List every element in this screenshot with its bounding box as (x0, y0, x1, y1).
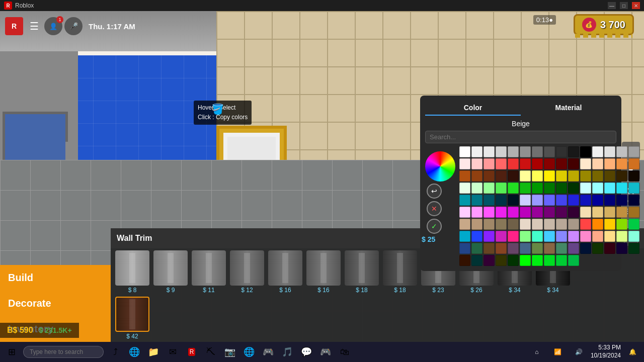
color-cell-90[interactable] (459, 219, 470, 230)
item-card-0[interactable]: $ 8 (115, 250, 150, 294)
color-cell-94[interactable] (508, 219, 519, 230)
color-cell-88[interactable] (616, 207, 627, 218)
color-cell-60[interactable] (459, 195, 470, 206)
color-cell-78[interactable] (496, 207, 507, 218)
color-cell-2[interactable] (484, 146, 495, 157)
color-cell-36[interactable] (532, 170, 543, 182)
color-cell-86[interactable] (592, 207, 603, 218)
color-cell-58[interactable] (616, 183, 627, 194)
edge-browser-button[interactable]: 🌐 (125, 343, 143, 361)
color-cell-52[interactable] (544, 183, 555, 194)
color-cell-107[interactable] (484, 231, 495, 242)
photos-button[interactable]: 📷 (221, 343, 239, 361)
color-cell-22[interactable] (544, 158, 555, 169)
roblox-taskbar-button[interactable]: R (183, 343, 201, 361)
xbox-button[interactable]: 🎮 (316, 343, 335, 361)
build-button[interactable]: Build (0, 265, 111, 291)
color-cell-87[interactable] (604, 207, 615, 218)
color-cell-70[interactable] (580, 195, 591, 206)
color-cell-119[interactable] (628, 231, 639, 242)
color-cell-12[interactable] (604, 146, 615, 157)
color-cell-97[interactable] (544, 219, 555, 230)
color-cell-62[interactable] (484, 195, 495, 206)
color-cell-31[interactable] (471, 170, 482, 182)
color-cell-42[interactable] (604, 170, 615, 182)
color-cell-40[interactable] (580, 170, 591, 182)
color-cell-110[interactable] (520, 231, 531, 242)
discord-button[interactable]: 💬 (297, 343, 315, 361)
color-cell-114[interactable] (568, 231, 579, 242)
color-cell-103[interactable] (616, 219, 627, 230)
mail-button[interactable]: ✉ (164, 343, 182, 361)
color-cell-53[interactable] (556, 183, 567, 194)
color-cell-46[interactable] (471, 183, 482, 194)
color-cell-115[interactable] (580, 231, 591, 242)
item-card-r2-0[interactable]: $ 42 (115, 297, 150, 340)
notifications-taskbar-button[interactable]: 🔔 (623, 343, 641, 361)
color-cell-6[interactable] (532, 146, 543, 157)
color-cell-5[interactable] (520, 146, 531, 157)
color-cell-143[interactable] (556, 255, 567, 266)
color-cell-76[interactable] (471, 207, 482, 218)
color-cell-139[interactable] (508, 255, 519, 266)
color-cell-32[interactable] (484, 170, 495, 182)
color-cell-92[interactable] (484, 219, 495, 230)
color-cell-130[interactable] (580, 243, 591, 254)
color-cell-79[interactable] (508, 207, 519, 218)
close-button[interactable]: ✕ (632, 2, 640, 9)
decorate-button[interactable]: Decorate (0, 291, 111, 316)
material-search-input[interactable] (425, 131, 616, 143)
color-cell-30[interactable] (459, 170, 470, 182)
color-cell-63[interactable] (496, 195, 507, 206)
color-cell-10[interactable] (580, 146, 591, 157)
color-cell-24[interactable] (568, 158, 579, 169)
item-card-4[interactable]: $ 16 (268, 250, 303, 294)
color-cell-20[interactable] (520, 158, 531, 169)
color-cell-47[interactable] (484, 183, 495, 194)
color-cell-124[interactable] (508, 243, 519, 254)
steam-button[interactable]: 🎮 (259, 343, 277, 361)
color-cell-21[interactable] (532, 158, 543, 169)
color-cell-0[interactable] (459, 146, 470, 157)
cancel-button[interactable]: ✕ (427, 201, 442, 216)
roblox-logo[interactable]: R (5, 17, 23, 35)
color-cell-118[interactable] (616, 231, 627, 242)
color-cell-28[interactable] (616, 158, 627, 169)
menu-button[interactable]: ☰ (26, 18, 42, 34)
color-cell-98[interactable] (556, 219, 567, 230)
color-cell-4[interactable] (508, 146, 519, 157)
color-cell-25[interactable] (580, 158, 591, 169)
color-cell-43[interactable] (616, 170, 627, 182)
color-cell-83[interactable] (556, 207, 567, 218)
item-card-5[interactable]: $ 16 (306, 250, 341, 294)
color-cell-9[interactable] (568, 146, 579, 157)
color-cell-125[interactable] (520, 243, 531, 254)
color-cell-108[interactable] (496, 231, 507, 242)
clock-display[interactable]: 5:33 PM 10/19/2024 (591, 344, 621, 359)
item-card-7[interactable]: $ 18 (382, 250, 418, 294)
color-cell-109[interactable] (508, 231, 519, 242)
color-cell-93[interactable] (496, 219, 507, 230)
notifications-button[interactable]: 👤 1 (44, 17, 62, 35)
color-cell-141[interactable] (532, 255, 543, 266)
color-cell-41[interactable] (592, 170, 603, 182)
color-cell-13[interactable] (616, 146, 627, 157)
color-cell-89[interactable] (628, 207, 639, 218)
color-cell-27[interactable] (604, 158, 615, 169)
color-cell-122[interactable] (484, 243, 495, 254)
app1-button[interactable]: 🎵 (278, 343, 296, 361)
color-cell-100[interactable] (580, 219, 591, 230)
color-cell-7[interactable] (544, 146, 555, 157)
color-cell-33[interactable] (496, 170, 507, 182)
color-cell-127[interactable] (544, 243, 555, 254)
color-cell-96[interactable] (532, 219, 543, 230)
color-cell-85[interactable] (580, 207, 591, 218)
color-cell-91[interactable] (471, 219, 482, 230)
color-cell-64[interactable] (508, 195, 519, 206)
wifi-icon[interactable]: 📶 (549, 343, 567, 361)
color-cell-59[interactable] (628, 183, 639, 194)
color-cell-16[interactable] (471, 158, 482, 169)
item-card-2[interactable]: $ 11 (191, 250, 226, 294)
taskbar-search[interactable] (23, 346, 104, 358)
color-cell-133[interactable] (616, 243, 627, 254)
